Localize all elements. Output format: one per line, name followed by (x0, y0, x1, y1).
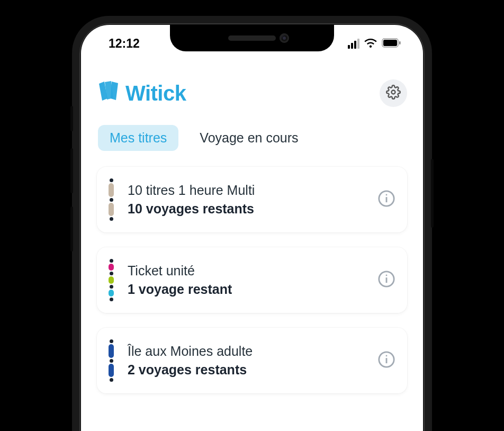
side-button (70, 106, 73, 131)
svg-point-12 (386, 355, 388, 357)
tab-my-tickets[interactable]: Mes titres (98, 125, 178, 151)
info-button[interactable] (377, 190, 395, 210)
line-indicator (106, 259, 116, 301)
phone-notch (170, 25, 334, 51)
ticket-subtitle: 10 voyages restants (128, 201, 366, 217)
info-icon (377, 200, 395, 209)
status-indicators (348, 37, 401, 51)
battery-icon (382, 37, 401, 51)
ticket-body: 10 titres 1 heure Multi10 voyages restan… (128, 183, 366, 217)
tab-bar: Mes titres Voyage en cours (97, 125, 407, 151)
ticket-body: Ticket unité1 voyage restant (128, 263, 366, 297)
ticket-list: 10 titres 1 heure Multi10 voyages restan… (97, 167, 407, 393)
brand-name: Witick (125, 82, 186, 105)
ticket-subtitle: 1 voyage restant (128, 282, 366, 297)
app-screen: 12:12 (81, 25, 423, 431)
side-button (431, 159, 434, 228)
ticket-title: Ticket unité (128, 263, 366, 279)
app-header: Witick (97, 79, 407, 107)
info-button[interactable] (377, 270, 395, 290)
status-time: 12:12 (109, 37, 140, 51)
speaker-grill (228, 35, 276, 41)
info-icon (377, 281, 395, 290)
wifi-icon (364, 37, 377, 51)
side-button (70, 206, 73, 252)
ticket-title: Île aux Moines adulte (128, 344, 366, 359)
settings-button[interactable] (380, 79, 407, 107)
line-indicator (106, 339, 116, 382)
front-camera (280, 33, 289, 43)
ticket-card[interactable]: Ticket unité1 voyage restant (97, 247, 407, 313)
tickets-icon (97, 80, 121, 106)
ticket-body: Île aux Moines adulte2 voyages restants (128, 344, 366, 378)
ticket-card[interactable]: Île aux Moines adulte2 voyages restants (97, 328, 407, 393)
brand-logo[interactable]: Witick (97, 80, 186, 106)
svg-point-6 (386, 194, 388, 196)
ticket-title: 10 titres 1 heure Multi (128, 183, 366, 198)
svg-point-9 (386, 275, 388, 276)
info-button[interactable] (377, 351, 395, 371)
side-button (70, 148, 73, 193)
svg-rect-2 (399, 41, 401, 44)
ticket-card[interactable]: 10 titres 1 heure Multi10 voyages restan… (97, 167, 407, 232)
ticket-subtitle: 2 voyages restants (128, 362, 366, 378)
tab-current-trip[interactable]: Voyage en cours (188, 125, 310, 151)
svg-rect-1 (383, 40, 397, 46)
svg-point-3 (392, 91, 395, 94)
phone-frame: 12:12 (72, 16, 432, 431)
cellular-icon (348, 39, 359, 49)
info-icon (377, 361, 395, 370)
line-indicator (106, 178, 116, 221)
gear-icon (386, 85, 401, 102)
